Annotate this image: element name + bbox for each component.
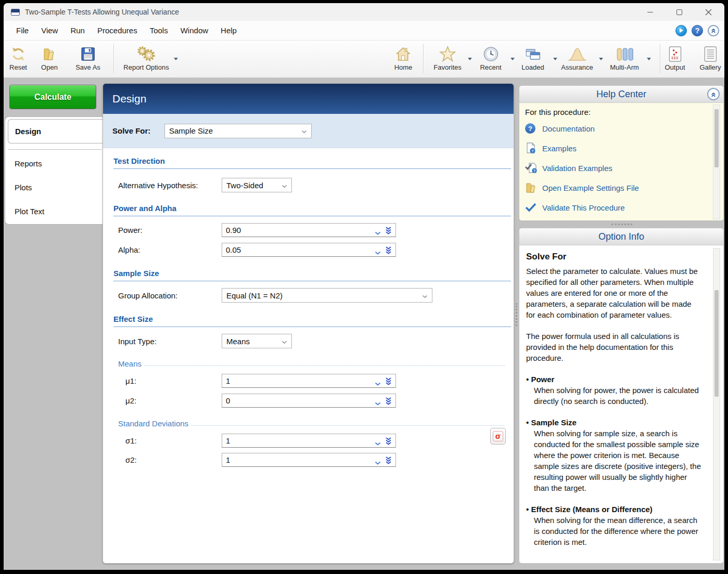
alpha-row: Alpha: 0.05 bbox=[118, 242, 396, 257]
assurance-dropdown-caret[interactable] bbox=[599, 58, 603, 60]
design-panel-title: Design bbox=[112, 93, 146, 105]
help-badge-icon: ? bbox=[525, 123, 542, 134]
solve-for-select[interactable]: Sample Size bbox=[164, 124, 312, 138]
check-page-question-icon: ? bbox=[525, 162, 542, 174]
horizontal-splitter[interactable] bbox=[611, 224, 632, 225]
menu-window[interactable]: Window bbox=[174, 21, 214, 40]
menu-run[interactable]: Run bbox=[64, 21, 91, 40]
sidebar-tab-reports[interactable]: Reports bbox=[8, 153, 104, 173]
sigma1-input[interactable]: 1 bbox=[222, 434, 396, 448]
app-window: Two-Sample T-Tests Allowing Unequal Vari… bbox=[4, 3, 724, 570]
mu2-input[interactable]: 0 bbox=[222, 394, 396, 408]
sidebar-tab-plot-text[interactable]: Plot Text bbox=[8, 201, 104, 221]
option-info-heading: Solve For bbox=[526, 252, 703, 262]
toolbar-open-button[interactable]: Open bbox=[41, 44, 58, 71]
report-options-dropdown-caret[interactable] bbox=[174, 58, 178, 60]
mu1-label: μ1: bbox=[125, 376, 222, 385]
menu-view[interactable]: View bbox=[35, 21, 64, 40]
group-allocation-select[interactable]: Equal (N1 = N2) bbox=[222, 288, 432, 303]
toolbar-multi-arm-button[interactable]: Multi-Arm bbox=[610, 44, 639, 71]
multi-arm-dropdown-caret[interactable] bbox=[647, 58, 651, 60]
multiple-values-icon bbox=[385, 246, 392, 256]
toolbar-gallery-button[interactable]: Gallery bbox=[699, 44, 721, 71]
power-input[interactable]: 0.90 bbox=[222, 223, 396, 237]
link-validation-examples[interactable]: ? Validation Examples bbox=[525, 158, 723, 178]
checkmark-icon bbox=[525, 203, 542, 212]
option-info-scrollbar[interactable] bbox=[713, 248, 720, 560]
menu-help[interactable]: Help bbox=[214, 21, 243, 40]
help-center-collapse-button[interactable] bbox=[707, 88, 720, 100]
alpha-label: Alpha: bbox=[118, 245, 222, 254]
toolbar-separator bbox=[113, 44, 114, 73]
calculate-button[interactable]: Calculate bbox=[9, 85, 96, 109]
gallery-page-icon bbox=[703, 44, 718, 63]
toolbar-reset-button[interactable]: Reset bbox=[9, 44, 27, 71]
sigma2-input[interactable]: 1 bbox=[222, 453, 396, 467]
toolbar-loaded-button[interactable]: Loaded bbox=[521, 44, 544, 71]
section-effect-size: Effect Size bbox=[113, 315, 511, 327]
sigma-tool-button[interactable]: σ bbox=[490, 428, 506, 445]
recent-dropdown-caret[interactable] bbox=[510, 58, 515, 60]
sidebar-tab-plots[interactable]: Plots bbox=[8, 177, 104, 197]
play-icon bbox=[679, 28, 684, 33]
chevron-down-icon bbox=[282, 337, 287, 346]
sigma1-row: σ1: 1 bbox=[125, 433, 396, 448]
loaded-dropdown-caret[interactable] bbox=[553, 58, 557, 60]
input-type-select[interactable]: Means bbox=[222, 334, 292, 348]
design-panel-header: Design bbox=[103, 84, 514, 114]
minimize-button[interactable] bbox=[643, 5, 657, 19]
solve-for-row: Solve For: Sample Size bbox=[103, 114, 514, 148]
option-info-panel: Option Info Solve For Select the paramet… bbox=[519, 228, 724, 564]
link-validate-procedure[interactable]: Validate This Procedure bbox=[525, 198, 723, 217]
vertical-splitter[interactable] bbox=[516, 303, 517, 326]
alpha-input[interactable]: 0.05 bbox=[222, 243, 396, 257]
toolbar-assurance-button[interactable]: Assurance bbox=[561, 44, 593, 71]
link-examples[interactable]: ? Examples bbox=[525, 138, 723, 158]
collapse-toolbar-button[interactable] bbox=[708, 25, 719, 36]
output-page-icon bbox=[667, 44, 683, 63]
help-center-scrollbar[interactable] bbox=[713, 105, 720, 219]
option-info-paragraph: The power formula used in all calculatio… bbox=[526, 331, 703, 363]
multiple-values-icon bbox=[385, 397, 392, 407]
mu1-input[interactable]: 1 bbox=[222, 374, 396, 388]
menu-tools[interactable]: Tools bbox=[144, 21, 174, 40]
toolbar-output-button[interactable]: Output bbox=[665, 44, 685, 71]
menu-file[interactable]: File bbox=[10, 21, 35, 40]
option-info-bullet-effect-size: Effect Size (Means or Difference) When s… bbox=[526, 504, 703, 547]
help-button[interactable]: ? bbox=[692, 25, 703, 36]
maximize-button[interactable] bbox=[672, 5, 686, 19]
folder-icon bbox=[525, 181, 542, 194]
toolbar-home-button[interactable]: Home bbox=[394, 44, 413, 71]
alternative-hypothesis-select[interactable]: Two-Sided bbox=[222, 178, 292, 192]
clock-icon bbox=[482, 44, 499, 63]
section-power-and-alpha: Power and Alpha bbox=[113, 204, 511, 216]
option-info-paragraph: Select the parameter to calculate. Value… bbox=[526, 266, 703, 320]
group-allocation-label: Group Allocation: bbox=[118, 291, 222, 300]
scrollbar-thumb[interactable] bbox=[714, 290, 719, 397]
link-documentation[interactable]: ? Documentation bbox=[525, 119, 723, 138]
toolbar-favorites-button[interactable]: Favorites bbox=[433, 44, 461, 71]
title-bar: Two-Sample T-Tests Allowing Unequal Vari… bbox=[4, 3, 724, 21]
home-icon bbox=[395, 44, 412, 63]
sidebar-tab-design[interactable]: Design bbox=[8, 119, 107, 144]
favorites-dropdown-caret[interactable] bbox=[468, 58, 472, 60]
scrollbar-thumb[interactable] bbox=[714, 109, 719, 167]
menu-procedures[interactable]: Procedures bbox=[91, 21, 144, 40]
input-type-row: Input Type: Means bbox=[118, 334, 292, 348]
toolbar-save-as-button[interactable]: Save As bbox=[75, 44, 100, 71]
sigma2-row: σ2: 1 bbox=[125, 452, 396, 467]
toolbar-recent-button[interactable]: Recent bbox=[480, 44, 501, 71]
run-play-button[interactable] bbox=[675, 25, 687, 36]
toolbar-report-options-button[interactable]: Report Options bbox=[123, 44, 169, 71]
help-center-intro: For this procedure: bbox=[525, 108, 723, 116]
section-test-direction: Test Direction bbox=[113, 156, 511, 169]
design-panel: Design Solve For: Sample Size Test Direc… bbox=[103, 83, 514, 564]
option-info-bullet-power: Power When solving for power, the power … bbox=[526, 374, 703, 407]
link-open-example-settings[interactable]: Open Example Settings File bbox=[525, 178, 723, 198]
gears-icon bbox=[135, 44, 158, 63]
windows-icon bbox=[524, 44, 542, 63]
close-button[interactable] bbox=[701, 5, 715, 19]
alternative-hypothesis-label: Alternative Hypothesis: bbox=[118, 181, 222, 190]
svg-text:?: ? bbox=[531, 149, 534, 153]
mu2-row: μ2: 0 bbox=[125, 393, 396, 408]
